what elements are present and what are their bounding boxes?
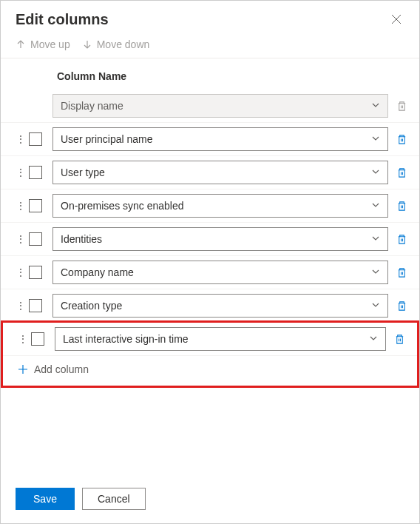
delete-button[interactable] [394, 167, 409, 178]
column-rows: Display name ⋮⋮User principal name⋮⋮User… [1, 90, 419, 477]
column-select-value: User type [61, 167, 105, 178]
panel-title: Edit columns [16, 11, 109, 28]
drag-handle-icon[interactable]: ⋮⋮ [16, 237, 23, 241]
trash-icon [396, 167, 407, 178]
row-checkbox[interactable] [29, 232, 42, 246]
column-select-value: Creation type [61, 300, 122, 312]
row-checkbox[interactable] [31, 332, 44, 346]
column-select[interactable]: Creation type [52, 294, 388, 318]
row-checkbox[interactable] [29, 299, 42, 312]
column-row-locked: Display name [1, 90, 419, 123]
add-column-button[interactable]: Add column [3, 356, 417, 386]
move-up-label: Move up [30, 38, 70, 50]
column-select[interactable]: User principal name [52, 127, 388, 151]
chevron-down-icon [371, 133, 380, 145]
close-icon [391, 14, 402, 24]
drag-handle-icon[interactable]: ⋮⋮ [16, 170, 23, 175]
move-down-label: Move down [97, 38, 150, 50]
delete-button[interactable] [394, 201, 409, 212]
chevron-down-icon [371, 300, 380, 312]
trash-icon [396, 234, 407, 245]
row-checkbox[interactable] [29, 199, 42, 212]
drag-handle-icon[interactable]: ⋮⋮ [16, 303, 23, 308]
column-select-value: User principal name [61, 133, 153, 145]
column-row: ⋮⋮Identities [1, 223, 419, 256]
plus-icon [18, 364, 28, 374]
delete-button[interactable] [394, 234, 409, 245]
delete-button-locked [394, 101, 409, 112]
column-header: Column Name [1, 58, 419, 90]
column-select[interactable]: Last interactive sign-in time [55, 327, 386, 351]
chevron-down-icon [371, 233, 380, 245]
trash-icon [396, 201, 407, 212]
column-select-value: On-premises sync enabled [61, 200, 184, 212]
drag-handle-icon[interactable]: ⋮⋮ [16, 137, 23, 141]
footer: Save Cancel [1, 477, 419, 523]
column-select-locked: Display name [52, 94, 388, 118]
drag-handle-icon[interactable]: ⋮⋮ [18, 337, 25, 341]
trash-icon [396, 101, 407, 112]
column-row: ⋮⋮On-premises sync enabled [1, 189, 419, 223]
column-row: ⋮⋮Company name [1, 256, 419, 289]
column-select-value: Identities [61, 233, 102, 245]
trash-icon [396, 267, 407, 278]
arrow-down-icon [82, 39, 92, 50]
drag-handle-icon[interactable]: ⋮⋮ [16, 204, 23, 208]
delete-button[interactable] [392, 334, 407, 345]
column-select-value: Last interactive sign-in time [63, 333, 189, 345]
column-select[interactable]: On-premises sync enabled [52, 194, 388, 218]
move-down-button[interactable]: Move down [82, 38, 150, 50]
delete-button[interactable] [394, 267, 409, 278]
trash-icon [396, 134, 407, 145]
column-select[interactable]: Identities [52, 227, 388, 251]
row-checkbox[interactable] [29, 166, 42, 179]
edit-columns-panel: Edit columns Move up Move down Column Na… [0, 0, 420, 524]
move-up-button[interactable]: Move up [16, 38, 70, 50]
arrow-up-icon [16, 39, 26, 50]
chevron-down-icon [371, 100, 380, 112]
row-checkbox[interactable] [29, 132, 42, 146]
column-select[interactable]: Company name [52, 261, 388, 284]
highlight-box: ⋮⋮ Last interactive sign-in time Add col… [1, 320, 419, 388]
add-column-label: Add column [34, 363, 89, 375]
delete-button[interactable] [394, 300, 409, 312]
chevron-down-icon [371, 266, 380, 278]
cancel-button[interactable]: Cancel [82, 488, 146, 510]
close-button[interactable] [388, 11, 404, 27]
column-row: ⋮⋮ Last interactive sign-in time [3, 323, 417, 356]
column-row: ⋮⋮Creation type [1, 289, 419, 323]
column-select[interactable]: User type [52, 161, 388, 184]
trash-icon [394, 334, 405, 345]
column-row: ⋮⋮User principal name [1, 123, 419, 156]
panel-header: Edit columns [1, 1, 419, 36]
column-select-value: Display name [61, 100, 123, 112]
save-button[interactable]: Save [16, 488, 75, 510]
chevron-down-icon [371, 200, 380, 212]
trash-icon [396, 300, 407, 312]
row-checkbox[interactable] [29, 266, 42, 279]
column-select-value: Company name [61, 266, 134, 278]
chevron-down-icon [371, 167, 380, 178]
drag-handle-icon[interactable]: ⋮⋮ [16, 270, 23, 275]
chevron-down-icon [369, 333, 378, 345]
delete-button[interactable] [394, 134, 409, 145]
toolbar: Move up Move down [1, 36, 419, 58]
column-row: ⋮⋮User type [1, 156, 419, 189]
